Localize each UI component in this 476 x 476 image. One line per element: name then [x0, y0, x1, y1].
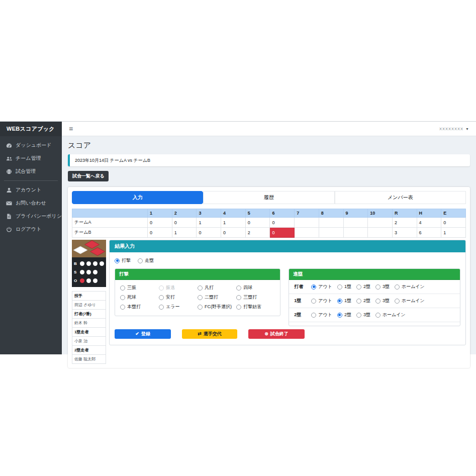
radio-unselected[interactable] — [375, 299, 380, 304]
radio-unselected[interactable] — [375, 313, 380, 318]
advance-option[interactable]: 2塁 — [356, 283, 370, 290]
radio-unselected[interactable] — [311, 299, 316, 304]
advance-option[interactable]: 3塁 — [375, 298, 390, 304]
batting-option[interactable]: 二塁打 — [198, 294, 236, 301]
advance-option[interactable]: アウト — [311, 298, 332, 304]
radio-unselected[interactable] — [356, 313, 361, 318]
count-lamp-off — [93, 278, 98, 283]
radio-unselected[interactable] — [356, 284, 361, 290]
advance-option[interactable]: アウト — [311, 312, 332, 318]
batting-option[interactable]: 凡打 — [198, 284, 236, 291]
sidebar-item-privacy[interactable]: プライバシーポリシー — [4, 210, 58, 223]
tab-members[interactable]: メンバー表 — [335, 191, 466, 204]
sidebar: WEBスコアブック ダッシュボードチーム管理試合管理 アカウントお問い合わせプラ… — [0, 122, 62, 354]
advance-option[interactable]: ホームイン — [395, 298, 425, 304]
radio-unselected[interactable] — [198, 285, 203, 291]
player-name: 田辺 さゆり — [72, 301, 106, 310]
advance-option[interactable]: 3塁 — [356, 312, 370, 318]
batting-option[interactable]: 安打 — [159, 294, 198, 301]
sidebar-item-games[interactable]: 試合管理 — [4, 165, 58, 178]
batting-option[interactable]: 本塁打 — [120, 304, 159, 310]
sidebar-item-account[interactable]: アカウント — [4, 183, 58, 197]
radio-unselected[interactable] — [395, 284, 400, 290]
radio-unselected[interactable] — [120, 295, 125, 300]
menu-toggle-icon[interactable]: ≡ — [69, 125, 73, 132]
count-lamp-off — [93, 270, 98, 274]
users-icon — [6, 155, 12, 161]
radio-selected[interactable] — [337, 299, 342, 304]
advance-option[interactable]: 2塁 — [356, 298, 370, 304]
radio-unselected[interactable] — [120, 285, 125, 291]
advance-option[interactable]: 2塁 — [337, 312, 351, 318]
radio-unselected[interactable] — [356, 299, 361, 304]
radio-label: 2塁 — [363, 298, 370, 304]
substitute-button[interactable]: ⇄ 選手交代 — [182, 329, 237, 339]
count-row-S: S — [74, 268, 104, 276]
batting-panel: 打撃 三振振逃凡打四球死球安打二塁打三塁打本塁打エラーFC(野手選択)打撃妨害 — [115, 268, 280, 316]
mode-option[interactable]: 走塁 — [138, 257, 154, 264]
radio-selected[interactable] — [311, 284, 316, 290]
radio-selected[interactable] — [115, 258, 120, 263]
end-game-button[interactable]: ⊗ 試合終了 — [248, 329, 305, 339]
sidebar-nav-main: ダッシュボードチーム管理試合管理 — [4, 139, 58, 178]
user-icon — [6, 187, 12, 193]
radio-unselected[interactable] — [198, 305, 203, 310]
count-lamp-off — [80, 270, 84, 274]
score-row: チームB010020361 — [72, 228, 466, 238]
tab-input[interactable]: 入力 — [72, 191, 203, 204]
advance-option[interactable]: ホームイン — [375, 312, 406, 318]
advance-option[interactable]: 3塁 — [375, 283, 390, 290]
batting-option[interactable]: FC(野手選択) — [198, 304, 236, 310]
file-icon — [6, 213, 12, 219]
advance-option[interactable]: ホームイン — [395, 283, 425, 290]
batting-option[interactable]: エラー — [159, 304, 198, 310]
radio-label: 三塁打 — [243, 294, 257, 301]
user-menu[interactable]: XXXXXXXX ▼ — [439, 127, 469, 131]
radio-unselected[interactable] — [337, 284, 342, 290]
tab-history[interactable]: 履歴 — [203, 191, 334, 204]
sidebar-item-logout[interactable]: ログアウト — [4, 223, 58, 236]
register-button[interactable]: ✔ 登録 — [115, 329, 171, 339]
radio-label: 四球 — [243, 284, 252, 291]
mode-option[interactable]: 打撃 — [115, 257, 131, 264]
score-cell: 1 — [197, 218, 221, 228]
inning-header: 6 — [270, 209, 295, 218]
radio-unselected[interactable] — [311, 313, 316, 318]
batting-option[interactable]: 打撃妨害 — [236, 304, 275, 310]
radio-unselected[interactable] — [198, 295, 203, 300]
advance-option[interactable]: 1塁 — [337, 298, 351, 304]
sidebar-item-teams[interactable]: チーム管理 — [4, 152, 58, 165]
inning-header: 9 — [343, 209, 368, 218]
advance-row: 1塁アウト1塁2塁3塁ホームイン — [289, 294, 460, 308]
game-info-text: 2023年10月14日 チームA vs チームB — [75, 157, 150, 164]
sidebar-item-label: ログアウト — [16, 226, 41, 233]
radio-unselected[interactable] — [138, 258, 143, 263]
radio-unselected[interactable] — [159, 305, 164, 310]
radio-unselected[interactable] — [236, 305, 241, 310]
score-cell: 4 — [417, 218, 441, 228]
radio-label: 走塁 — [145, 257, 154, 264]
content: スコア 2023年10月14日 チームA vs チームB 試合一覧へ戻る 入力履… — [62, 136, 476, 368]
radio-unselected[interactable] — [159, 295, 164, 300]
radio-unselected[interactable] — [375, 284, 380, 290]
power-icon — [6, 226, 12, 232]
radio-selected[interactable] — [337, 313, 342, 318]
radio-label: 打撃 — [122, 257, 131, 264]
batting-option[interactable]: 死球 — [120, 294, 159, 301]
radio-unselected[interactable] — [120, 305, 125, 310]
sidebar-item-contact[interactable]: お問い合わせ — [4, 197, 58, 210]
advance-row-label: 1塁 — [294, 298, 306, 304]
sidebar-item-dashboard[interactable]: ダッシュボード — [4, 139, 58, 152]
batting-option[interactable]: 四球 — [236, 284, 275, 291]
radio-unselected[interactable] — [236, 295, 241, 300]
radio-unselected[interactable] — [395, 299, 400, 304]
batting-option[interactable]: 三振 — [120, 284, 159, 291]
back-to-games-button[interactable]: 試合一覧へ戻る — [68, 171, 109, 181]
inning-header: 4 — [221, 209, 246, 218]
batting-option[interactable]: 三塁打 — [236, 294, 275, 301]
dashboard-icon — [6, 142, 12, 148]
advance-option[interactable]: アウト — [311, 283, 332, 290]
radio-unselected[interactable] — [236, 285, 241, 291]
advance-row: 打者アウト1塁2塁3塁ホームイン — [289, 280, 460, 294]
advance-option[interactable]: 1塁 — [337, 283, 351, 290]
